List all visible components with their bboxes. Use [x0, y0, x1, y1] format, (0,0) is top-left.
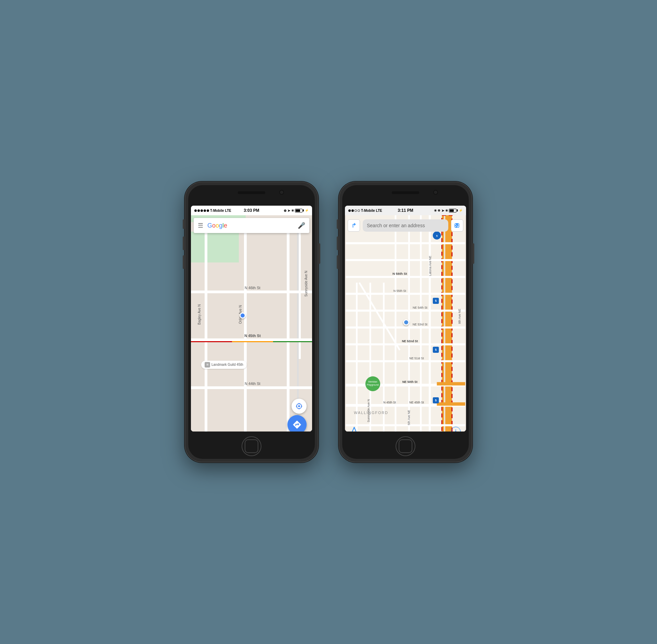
speaker	[238, 191, 265, 194]
svg-rect-10	[232, 341, 273, 342]
svg-rect-26	[442, 215, 452, 432]
time-display: 3:03 PM	[244, 208, 259, 213]
svg-text:NE 52nd St: NE 52nd St	[402, 339, 418, 343]
power-button[interactable]	[319, 243, 320, 264]
svg-text:Bagley Ave N: Bagley Ave N	[197, 304, 201, 325]
landmark-label: Landmark Guild 45th	[211, 363, 243, 366]
camera	[279, 190, 284, 195]
status-bar-right-section: ⊕ ➤ ✳ ⚡	[284, 209, 309, 212]
status-bar-left: T-Mobile LTE 3:03 PM ⊕ ➤ ✳ ⚡	[191, 206, 312, 215]
map-background[interactable]: N 46th St N 45th St N 44th St Bagley Ave…	[191, 215, 312, 432]
phone-left: T-Mobile LTE 3:03 PM ⊕ ➤ ✳ ⚡	[185, 182, 318, 462]
svg-text:NE 45th St: NE 45th St	[409, 401, 424, 404]
svg-rect-47	[346, 424, 465, 426]
svg-rect-32	[383, 283, 385, 432]
apple-current-location	[403, 319, 409, 325]
carrier-name: T-Mobile	[210, 209, 224, 212]
svg-text:8th Ave NE: 8th Ave NE	[458, 309, 461, 324]
svg-rect-4	[287, 222, 289, 432]
apple-maps-screen: N 58th St N 57th St N 56th St N 55th St …	[345, 215, 466, 432]
apple-search-input[interactable]: Search or enter an address	[363, 219, 448, 232]
network-type: LTE	[225, 209, 231, 212]
svg-rect-39	[346, 276, 465, 278]
carrier-name-right: T-Mobile	[361, 209, 375, 212]
svg-text:NE 51st St: NE 51st St	[409, 357, 424, 360]
network-right: LTE	[376, 209, 382, 212]
svg-rect-12	[191, 386, 312, 389]
navigation-fab[interactable]	[287, 415, 307, 432]
landmark-icon: ⊞	[205, 362, 210, 368]
volume-down-right[interactable]	[337, 255, 338, 269]
home-button-inner	[245, 439, 258, 453]
my-location-button[interactable]	[292, 399, 307, 414]
volume-up-button[interactable]	[183, 236, 184, 250]
svg-text:Meridian: Meridian	[368, 381, 377, 383]
signal-dot-2	[197, 209, 200, 212]
svg-rect-1	[191, 232, 239, 262]
apple-map-background[interactable]: N 58th St N 57th St N 56th St N 55th St …	[345, 215, 466, 432]
svg-text:WALLINGFORD: WALLINGFORD	[354, 411, 388, 415]
svg-rect-49	[437, 402, 465, 406]
svg-text:Sunnyside Ave N: Sunnyside Ave N	[304, 271, 308, 297]
hamburger-menu-icon[interactable]: ☰	[198, 222, 203, 229]
map-svg: N 46th St N 45th St N 44th St Bagley Ave…	[191, 215, 312, 432]
apple-location-dot	[403, 319, 409, 325]
landmark-badge: ⊞ Landmark Guild 45th	[201, 361, 247, 369]
home-button[interactable]	[242, 436, 261, 456]
svg-text:N 55th St: N 55th St	[394, 289, 406, 293]
nav-icon-right: ➤	[441, 209, 444, 212]
signal-dot-5	[207, 209, 209, 212]
directions-icon	[292, 420, 302, 429]
home-button-right[interactable]	[396, 436, 415, 456]
svg-rect-43	[346, 343, 465, 345]
apple-search-bar[interactable]: ↱ Search or enter an address	[348, 218, 463, 233]
apple-location-button[interactable]	[350, 427, 358, 432]
camera-right	[433, 190, 438, 195]
svg-text:N 46th St: N 46th St	[245, 286, 260, 290]
signal-dot-4	[204, 209, 206, 212]
battery-right	[449, 209, 458, 212]
svg-rect-27	[444, 215, 445, 432]
microphone-icon[interactable]: 🎤	[298, 222, 305, 229]
svg-text:Latona Ave NE: Latona Ave NE	[428, 256, 432, 276]
google-maps-screen: N 46th St N 45th St N 44th St Bagley Ave…	[191, 215, 312, 432]
svg-rect-44	[346, 360, 465, 362]
svg-text:NE 54th St: NE 54th St	[413, 306, 427, 309]
svg-rect-48	[437, 382, 465, 386]
silent-switch-right	[337, 219, 338, 229]
svg-rect-41	[346, 310, 465, 312]
turn-by-turn-icon[interactable]: ↱	[348, 219, 360, 232]
status-bar-right-left: T-Mobile LTE	[348, 209, 382, 212]
power-button-right[interactable]	[473, 243, 474, 264]
svg-text:5: 5	[435, 399, 437, 402]
signal-strength-right	[348, 209, 360, 212]
search-placeholder: Search or enter an address	[367, 223, 425, 228]
svg-text:N 44th St: N 44th St	[245, 382, 260, 386]
charging-icon-right: ⚡	[459, 209, 463, 212]
status-right-section: ✳ ⊕ ➤ ✳ ⚡	[434, 209, 463, 212]
current-location	[240, 312, 246, 319]
svg-text:NE 50th St: NE 50th St	[402, 380, 417, 384]
volume-up-right[interactable]	[337, 236, 338, 250]
phone-right: T-Mobile LTE 3:11 PM ✳ ⊕ ➤ ✳ ⚡	[339, 182, 472, 462]
svg-text:NE 53rd St: NE 53rd St	[413, 323, 428, 326]
svg-text:5: 5	[435, 299, 437, 302]
svg-text:N 45th St: N 45th St	[383, 401, 396, 404]
phones-container: T-Mobile LTE 3:03 PM ⊕ ➤ ✳ ⚡	[185, 182, 472, 462]
signal-dot-1	[194, 209, 197, 212]
svg-text:Playground: Playground	[367, 384, 379, 386]
bluetooth-icon: ✳	[291, 209, 294, 212]
signal-dot-r4	[358, 209, 360, 212]
time-right: 3:11 PM	[398, 208, 413, 213]
google-search-bar[interactable]: ☰ Google 🎤	[194, 218, 309, 233]
volume-down-button[interactable]	[183, 255, 184, 269]
svg-rect-7	[191, 291, 312, 293]
svg-text:5: 5	[436, 234, 438, 237]
signal-dot-3	[201, 209, 203, 212]
signal-dot-r3	[355, 209, 357, 212]
svg-rect-42	[346, 326, 465, 329]
svg-point-20	[298, 405, 300, 407]
svg-text:5: 5	[435, 348, 437, 351]
share-icon[interactable]	[451, 219, 463, 232]
svg-rect-37	[346, 242, 465, 244]
